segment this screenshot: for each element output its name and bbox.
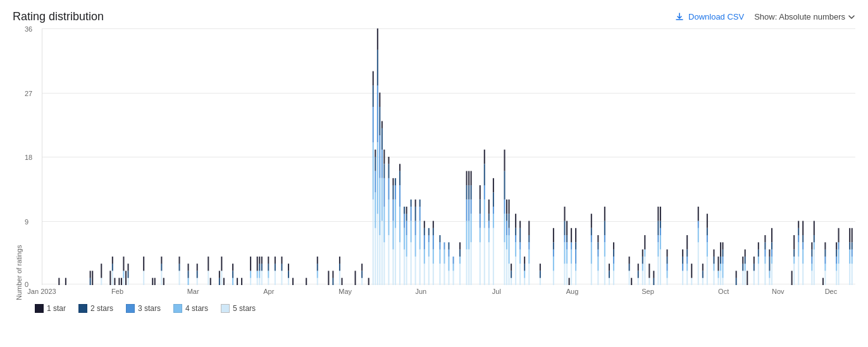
header-controls: Download CSV Show: Absolute numbers <box>674 12 855 22</box>
svg-rect-178 <box>433 228 434 235</box>
svg-rect-316 <box>613 271 614 285</box>
svg-rect-244 <box>509 235 510 264</box>
svg-rect-57 <box>259 278 260 285</box>
legend-box-5stars <box>221 304 230 313</box>
svg-rect-318 <box>613 257 614 264</box>
svg-rect-141 <box>399 185 400 207</box>
svg-rect-197 <box>459 242 461 249</box>
svg-rect-160 <box>415 207 416 221</box>
svg-rect-179 <box>433 221 434 228</box>
svg-rect-410 <box>764 264 766 285</box>
svg-rect-470 <box>852 242 853 249</box>
svg-rect-154 <box>411 221 412 243</box>
svg-rect-281 <box>564 221 565 236</box>
x-axis-label: Nov <box>772 288 784 295</box>
svg-rect-326 <box>638 271 639 277</box>
legend-label-4stars: 4 stars <box>185 304 208 313</box>
svg-rect-158 <box>415 235 416 257</box>
svg-rect-26 <box>161 264 162 271</box>
svg-rect-363 <box>691 278 692 285</box>
svg-rect-404 <box>753 264 755 271</box>
svg-rect-1 <box>65 278 66 285</box>
svg-rect-209 <box>471 214 472 242</box>
svg-rect-445 <box>814 242 815 249</box>
svg-rect-219 <box>484 200 485 228</box>
svg-rect-408 <box>758 250 759 257</box>
svg-rect-418 <box>769 250 770 257</box>
svg-rect-466 <box>849 228 850 243</box>
svg-rect-417 <box>769 257 770 271</box>
show-dropdown-button[interactable]: Show: Absolute numbers <box>754 12 855 21</box>
svg-rect-24 <box>154 278 156 285</box>
svg-rect-240 <box>506 221 507 236</box>
svg-rect-195 <box>459 257 461 264</box>
svg-rect-130 <box>392 250 394 285</box>
download-csv-button[interactable]: Download CSV <box>674 12 744 22</box>
svg-rect-230 <box>493 207 494 214</box>
svg-rect-429 <box>798 257 799 285</box>
svg-rect-75 <box>288 271 289 277</box>
svg-rect-2 <box>90 278 91 285</box>
svg-rect-386 <box>720 257 721 264</box>
svg-rect-120 <box>383 242 385 285</box>
svg-rect-308 <box>604 257 605 285</box>
svg-rect-437 <box>802 235 803 242</box>
svg-rect-320 <box>613 242 614 249</box>
legend-item-2stars: 2 stars <box>78 304 113 313</box>
svg-rect-461 <box>838 242 840 249</box>
svg-rect-369 <box>702 278 704 285</box>
svg-rect-365 <box>698 242 699 285</box>
svg-rect-64 <box>268 278 269 285</box>
svg-rect-128 <box>388 164 389 178</box>
svg-rect-185 <box>443 250 445 264</box>
svg-rect-212 <box>471 171 472 186</box>
svg-rect-459 <box>838 264 840 285</box>
svg-rect-428 <box>793 235 795 250</box>
svg-rect-471 <box>852 228 853 243</box>
svg-rect-68 <box>275 271 276 285</box>
svg-rect-94 <box>368 278 369 285</box>
svg-rect-15 <box>123 271 124 277</box>
svg-rect-374 <box>707 235 708 242</box>
svg-rect-225 <box>488 221 490 228</box>
svg-rect-189 <box>448 250 449 257</box>
y-tick-36: 36 <box>25 25 32 33</box>
svg-rect-264 <box>524 257 525 264</box>
svg-rect-27 <box>161 257 162 264</box>
svg-rect-282 <box>564 207 565 221</box>
svg-rect-421 <box>771 250 772 257</box>
svg-rect-98 <box>373 85 374 107</box>
svg-rect-206 <box>468 185 469 200</box>
svg-rect-304 <box>597 257 598 271</box>
svg-rect-166 <box>424 264 425 285</box>
svg-rect-142 <box>399 171 400 186</box>
svg-rect-96 <box>373 142 374 199</box>
svg-rect-172 <box>428 242 430 257</box>
svg-rect-73 <box>281 257 282 264</box>
svg-rect-267 <box>528 242 530 249</box>
svg-rect-381 <box>717 278 719 285</box>
svg-rect-324 <box>631 278 632 285</box>
svg-rect-134 <box>392 178 394 185</box>
svg-rect-327 <box>638 264 639 271</box>
svg-rect-370 <box>702 271 704 277</box>
svg-rect-351 <box>666 264 667 271</box>
chart-legend: 1 star 2 stars 3 stars 4 stars 5 stars <box>13 304 855 313</box>
svg-rect-39 <box>208 257 209 271</box>
svg-rect-215 <box>480 214 481 228</box>
x-axis-label: Jan 2023 <box>27 288 56 295</box>
svg-rect-321 <box>629 271 630 285</box>
svg-rect-50 <box>241 278 242 285</box>
svg-rect-192 <box>453 264 454 271</box>
svg-rect-343 <box>657 207 659 221</box>
svg-rect-399 <box>745 264 746 271</box>
svg-rect-276 <box>553 242 554 249</box>
svg-rect-61 <box>261 271 263 285</box>
svg-rect-452 <box>824 250 826 257</box>
svg-rect-164 <box>419 207 421 221</box>
svg-rect-394 <box>736 271 737 277</box>
svg-rect-34 <box>188 264 189 271</box>
svg-rect-205 <box>468 200 469 221</box>
svg-rect-322 <box>629 264 630 271</box>
svg-rect-222 <box>484 150 485 164</box>
